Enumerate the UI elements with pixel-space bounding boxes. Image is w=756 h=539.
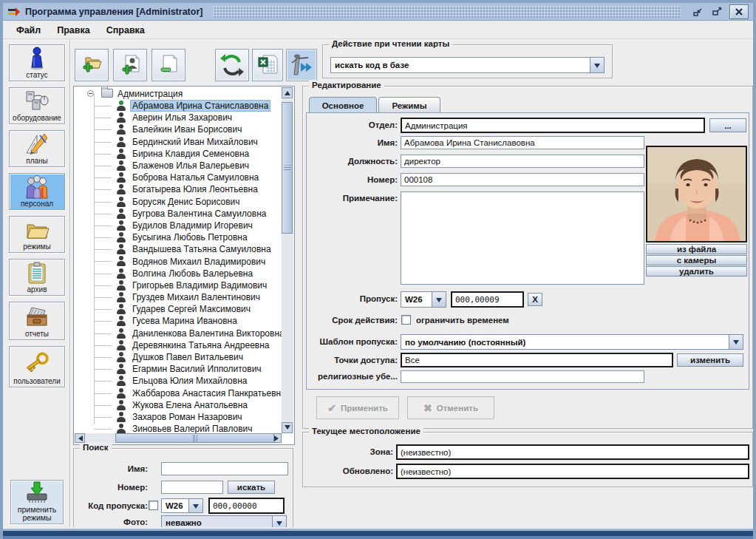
menu-edit[interactable]: Правка [50, 23, 97, 38]
name-field[interactable]: Абрамова Ирина Станиславовна [401, 136, 644, 149]
tree-person-item[interactable]: Вандышева Татьяна Самуиловна [75, 243, 282, 255]
search-name-input[interactable] [161, 462, 288, 475]
tree-horizontal-scrollbar[interactable] [75, 433, 282, 444]
scroll-left-icon[interactable] [75, 433, 85, 443]
person-icon [116, 280, 126, 291]
sidebar-item-personnel[interactable]: персонал [9, 173, 65, 210]
tree-person-item[interactable]: Балейкин Иван Борисович [75, 123, 282, 135]
tree-person-item[interactable]: Волгина Любовь Валерьевна [75, 268, 282, 279]
tree-person-item[interactable]: Егармин Василий Ипполитович [75, 363, 282, 375]
scroll-up-icon[interactable] [282, 87, 293, 98]
apply-modes-button[interactable]: применить режимы [10, 480, 64, 524]
tree-person-item[interactable]: Душков Павел Витальевич [75, 351, 282, 363]
tree-person-item[interactable]: Бирина Клавдия Семеновна [75, 148, 282, 160]
access-points-edit-button[interactable]: изменить [677, 353, 743, 367]
tree-vertical-scrollbar[interactable] [282, 87, 293, 433]
chevron-down-icon[interactable] [188, 499, 202, 512]
vertical-scroll-thumb[interactable] [282, 102, 293, 234]
sidebar-item-plans[interactable]: планы [9, 130, 65, 167]
add-group-button[interactable] [75, 49, 109, 81]
remove-button[interactable] [151, 49, 185, 81]
tree-person-item[interactable]: Даниленкова Валентина Викторовна [75, 328, 282, 339]
tree-person-item[interactable]: Водянов Михаил Владимирович [75, 255, 282, 267]
tree-person-item[interactable]: Деревянкина Татьяна Андреевна [75, 339, 282, 351]
search-button[interactable]: искать [228, 481, 275, 494]
excel-export-button[interactable] [252, 49, 283, 81]
tree-person-item[interactable]: Борусяк Денис Борисович [75, 196, 282, 208]
limit-time-checkbox-label[interactable]: ограничить временем [416, 316, 509, 325]
apply-button[interactable]: ✔ Применить [316, 396, 399, 419]
pass-clear-button[interactable]: X [528, 293, 542, 306]
tree-person-item[interactable]: Жукова Елена Анатольевна [75, 399, 282, 411]
menu-file[interactable]: Файл [9, 23, 48, 38]
tree-person-item[interactable]: Зиновьев Валерий Павлович [75, 423, 282, 433]
tree-person-item[interactable]: Ельцова Юлия Михайловна [75, 375, 282, 387]
scroll-down-icon[interactable] [282, 422, 293, 433]
tree-person-item[interactable]: Григорьев Владимир Вадимович [75, 279, 282, 291]
sidebar-item-archive[interactable]: архив [9, 259, 65, 296]
maximize-button[interactable] [710, 5, 725, 18]
title-bar: Программа управления [Administrator] [3, 3, 753, 21]
turnstile-icon [289, 52, 314, 78]
photo-delete-button[interactable]: удалить [646, 266, 747, 277]
sidebar-item-modes[interactable]: режимы [9, 216, 65, 253]
horizontal-scroll-thumb[interactable] [115, 433, 274, 443]
tree-person-item[interactable]: Бердинский Иван Михайлович [75, 136, 282, 148]
menu-help[interactable]: Справка [99, 23, 152, 38]
chevron-down-icon[interactable] [729, 335, 743, 349]
tree-person-item[interactable]: Гударев Сергей Максимович [75, 303, 282, 315]
pass-template-select[interactable]: по умолчанию (постоянный) [401, 334, 743, 350]
tree-person-item[interactable]: Гусева Марина Ивановна [75, 315, 282, 327]
search-number-input[interactable] [161, 481, 223, 494]
chevron-down-icon[interactable] [590, 58, 604, 72]
access-points-field[interactable]: Все [401, 353, 673, 367]
tab-modes[interactable]: Режимы [378, 97, 440, 113]
person-icon [116, 424, 126, 433]
note-textarea[interactable] [401, 191, 644, 285]
religion-label: религиозные убе... [303, 372, 398, 381]
search-passcode-checkbox[interactable] [149, 501, 158, 510]
tree-person-item[interactable]: Груздев Михаил Валентинович [75, 291, 282, 303]
tree-person-item[interactable]: Богатырева Юлия Леонтьевна [75, 183, 282, 195]
department-more-button[interactable]: ... [709, 118, 746, 132]
chevron-down-icon[interactable] [432, 292, 446, 307]
add-person-button[interactable] [113, 49, 147, 81]
religion-field[interactable] [401, 370, 644, 383]
cancel-button[interactable]: ✖ Отменить [407, 396, 494, 419]
photo-from-file-button[interactable]: из файла [646, 244, 747, 254]
card-reader-button[interactable] [286, 49, 317, 81]
tree-person-item[interactable]: Блаженов Илья Валерьевич [75, 160, 282, 172]
personnel-group-icon [24, 174, 50, 200]
number-field[interactable]: 000108 [401, 173, 644, 186]
person-name: Бугрова Валентина Самуиловна [131, 209, 268, 219]
minimize-button[interactable] [691, 5, 706, 18]
limit-time-checkbox[interactable] [401, 315, 411, 325]
refresh-button[interactable] [215, 49, 249, 81]
position-field[interactable]: директор [401, 155, 644, 168]
tree-person-item[interactable]: Бугрова Валентина Самуиловна [75, 208, 282, 220]
photo-from-camera-button[interactable]: с камеры [646, 255, 747, 265]
pass-format-select[interactable]: W26 [401, 291, 446, 308]
search-passcode-input[interactable]: 000,00000 [208, 498, 285, 514]
sidebar-item-reports[interactable]: отчеты [9, 302, 65, 340]
person-icon [116, 209, 126, 219]
tree-person-item[interactable]: Аверин Илья Захарович [75, 112, 282, 123]
sidebar-item-status[interactable]: статус [9, 44, 65, 81]
tree-collapse-icon[interactable] [87, 90, 94, 97]
search-pass-format-select[interactable]: W26 [161, 498, 203, 513]
card-action-select[interactable]: искать код в базе [330, 57, 605, 73]
sidebar-item-users[interactable]: пользователи [9, 346, 65, 387]
tree-person-item[interactable]: Жаббарова Анастасия Панкратьевна [75, 387, 282, 399]
tree-person-item[interactable]: Будилов Владимир Игоревич [75, 220, 282, 231]
tree-person-item[interactable]: Захаров Роман Назарович [75, 411, 282, 423]
tab-main[interactable]: Основное [309, 97, 377, 113]
pass-code-input[interactable]: 000,00009 [451, 291, 524, 308]
tree-person-item[interactable]: Абрамова Ирина Станиславовна [75, 100, 282, 112]
tree-root-node[interactable]: Администрация [75, 87, 282, 100]
person-icon [116, 184, 126, 194]
tree-person-item[interactable]: Боброва Наталья Самуиловна [75, 172, 282, 183]
sidebar-item-equipment[interactable]: оборудование [9, 87, 65, 124]
tree-person-item[interactable]: Бусыгина Любовь Петровна [75, 231, 282, 243]
close-button[interactable] [729, 4, 749, 19]
department-field[interactable]: Администрация [401, 118, 705, 133]
